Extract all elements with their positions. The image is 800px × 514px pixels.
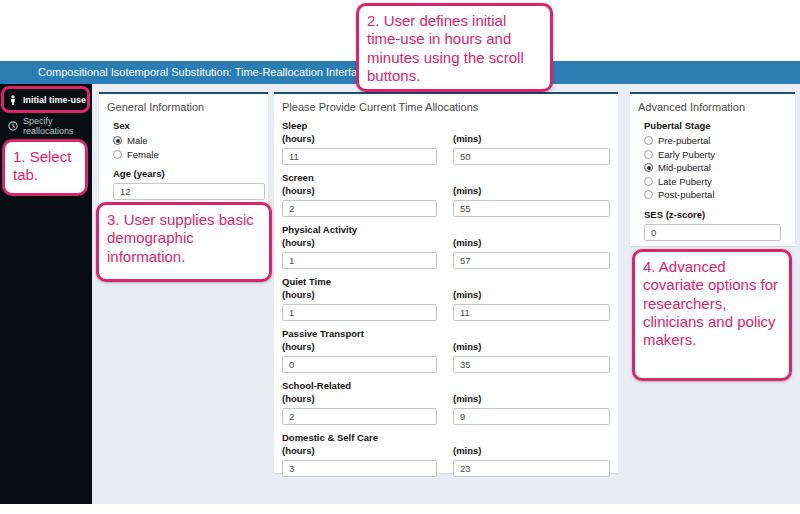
annotation-3: 3. User supplies basic demographic infor… (96, 202, 272, 282)
activity-block: Quiet Time (hours) (mins) (282, 276, 610, 321)
sex-label: Sex (113, 120, 260, 132)
age-input[interactable] (113, 183, 265, 200)
radio-icon (113, 150, 122, 159)
age-label: Age (years) (113, 168, 260, 180)
radio-label: Female (127, 149, 159, 160)
annotation-highlight-ring (1, 86, 90, 113)
activity-block: Passive Transport (hours) (mins) (282, 328, 610, 373)
radio-label: Late Puberty (658, 176, 712, 187)
mins-input[interactable] (453, 356, 610, 373)
hours-input[interactable] (282, 148, 437, 165)
hours-label: (hours) (282, 289, 437, 301)
mins-label: (mins) (453, 393, 610, 405)
time-allocations-title: Please Provide Current Time Allocations (282, 101, 610, 113)
pubertal-options: Pre-pubertal Early Puberty Mid-pubertal … (644, 134, 787, 202)
mins-input[interactable] (453, 148, 610, 165)
radio-icon (644, 190, 653, 199)
hours-input[interactable] (282, 200, 437, 217)
hours-input[interactable] (282, 304, 437, 321)
app-root: Compositional Isotemporal Substitution: … (0, 0, 800, 514)
mins-label: (mins) (453, 289, 610, 301)
activity-block: Sleep (hours) (mins) (282, 120, 610, 165)
radio-label: Post-pubertal (658, 189, 715, 200)
activity-name: Physical Activity (282, 224, 610, 236)
activity-block: Screen (hours) (mins) (282, 172, 610, 217)
activities-list: Sleep (hours) (mins) Screen (hours) (min… (282, 120, 610, 477)
general-information-panel: General Information Sex Male Female Age … (99, 92, 268, 215)
activity-block: Domestic & Self Care (hours) (mins) (282, 432, 610, 477)
mins-label: (mins) (453, 237, 610, 249)
mins-label: (mins) (453, 185, 610, 197)
radio-option[interactable]: Female (113, 148, 260, 162)
radio-option[interactable]: Early Puberty (644, 148, 787, 162)
radio-label: Mid-pubertal (658, 162, 711, 173)
mins-input[interactable] (453, 200, 610, 217)
hours-label: (hours) (282, 237, 437, 249)
activity-name: Sleep (282, 120, 610, 132)
time-allocations-panel: Please Provide Current Time Allocations … (274, 92, 618, 473)
hours-label: (hours) (282, 185, 437, 197)
annotation-2: 2. User defines initial time-use in hour… (356, 3, 553, 92)
hours-label: (hours) (282, 445, 437, 457)
annotation-4: 4. Advanced covariate options for resear… (632, 249, 792, 381)
hours-label: (hours) (282, 393, 437, 405)
sex-options: Male Female (113, 134, 260, 161)
advanced-information-panel: Advanced Information Pubertal Stage Pre-… (630, 92, 795, 246)
mins-input[interactable] (453, 304, 610, 321)
radio-option[interactable]: Late Puberty (644, 175, 787, 189)
radio-icon (644, 177, 653, 186)
ses-input[interactable] (644, 224, 781, 241)
advanced-information-title: Advanced Information (638, 101, 787, 113)
radio-option[interactable]: Mid-pubertal (644, 161, 787, 175)
mins-input[interactable] (453, 408, 610, 425)
hours-label: (hours) (282, 133, 437, 145)
radio-label: Male (127, 135, 148, 146)
mins-label: (mins) (453, 341, 610, 353)
radio-label: Pre-pubertal (658, 135, 710, 146)
mins-input[interactable] (453, 460, 610, 477)
activity-name: School-Related (282, 380, 610, 392)
radio-icon (113, 136, 122, 145)
radio-option[interactable]: Male (113, 134, 260, 148)
radio-option[interactable]: Post-pubertal (644, 188, 787, 202)
app-title: Compositional Isotemporal Substitution: … (38, 61, 369, 84)
activity-block: Physical Activity (hours) (mins) (282, 224, 610, 269)
clock-icon (8, 121, 18, 131)
mins-label: (mins) (453, 133, 610, 145)
activity-name: Quiet Time (282, 276, 610, 288)
radio-icon (644, 163, 653, 172)
activity-block: School-Related (hours) (mins) (282, 380, 610, 425)
annotation-1: 1. Select tab. (2, 139, 88, 196)
mins-input[interactable] (453, 252, 610, 269)
radio-icon (644, 136, 653, 145)
activity-name: Screen (282, 172, 610, 184)
ses-label: SES (z-score) (644, 209, 787, 221)
hours-input[interactable] (282, 460, 437, 477)
general-information-title: General Information (107, 101, 260, 113)
sidebar-item-specify-reallocations[interactable]: Specify reallocations (0, 115, 92, 137)
pubertal-stage-label: Pubertal Stage (644, 120, 787, 132)
mins-label: (mins) (453, 445, 610, 457)
activity-name: Passive Transport (282, 328, 610, 340)
radio-option[interactable]: Pre-pubertal (644, 134, 787, 148)
hours-label: (hours) (282, 341, 437, 353)
radio-icon (644, 150, 653, 159)
hours-input[interactable] (282, 408, 437, 425)
hours-input[interactable] (282, 252, 437, 269)
radio-label: Early Puberty (658, 149, 715, 160)
activity-name: Domestic & Self Care (282, 432, 610, 444)
sidebar-item-label: Specify reallocations (23, 116, 92, 136)
hours-input[interactable] (282, 356, 437, 373)
